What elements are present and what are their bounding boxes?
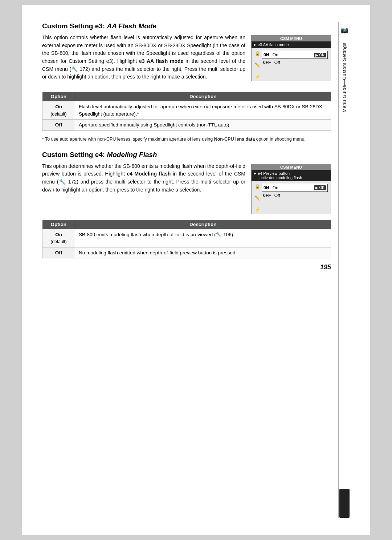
page-number: 195: [42, 263, 331, 271]
table1-header-desc: Description: [75, 92, 331, 101]
table2-row1-option: On (default): [42, 229, 75, 247]
csm-screenshot-e4: CSM MENU e4 Preview button activates mod…: [251, 164, 331, 214]
table1-row2-option-val: Off: [55, 122, 62, 128]
sidebar-label: Menu Guide—Custom Settings: [342, 43, 347, 112]
section1-heading-text: Custom Setting e3:: [42, 22, 107, 30]
csm-on-text-e4: On: [273, 185, 278, 190]
section2-heading: Custom Setting e4: Modeling Flash: [42, 151, 331, 159]
section1-text: This option controls whether flash level…: [42, 34, 251, 86]
csm-off-label-e3: 0FF Off: [263, 60, 280, 65]
csm-options-e4: 0N On ▶ OK 0FF Off: [261, 182, 328, 201]
table2-row2-option-val: Off: [55, 250, 62, 255]
csm-icons-row-e3: 🔒 ✏️ ⚡ 0N On ▶ OK 0FF Off: [254, 49, 328, 79]
csm-icon-pencil-e3: ✏️: [255, 63, 260, 68]
csm-off-label-text-e3: 0FF: [263, 60, 271, 65]
section1-heading: Custom Setting e3: AA Flash Mode: [42, 22, 331, 30]
table1-row1-option: On (default): [42, 101, 75, 120]
csm-ok-btn-e3[interactable]: ▶ OK: [314, 53, 326, 57]
table1-row1-desc: Flash level automatically adjusted for a…: [75, 101, 331, 120]
csm-title-e3: CSM MENU: [252, 36, 331, 41]
csm-options-e3: 0N On ▶ OK 0FF Off: [261, 49, 328, 68]
csm-ok-btn-e4[interactable]: ▶ OK: [314, 185, 326, 190]
table2-row1-option-val: On: [55, 232, 62, 237]
csm-option-off-e3: 0FF Off: [262, 59, 328, 66]
csm-on-label-e3: 0N On: [264, 52, 278, 57]
table2-row1-sub: (default): [50, 239, 66, 244]
csm-icon-lock-e3: 🔒: [255, 51, 260, 56]
option-table-e3: Option Description On (default) Flash le…: [42, 92, 331, 131]
table2-row2-option: Off: [42, 247, 75, 258]
sidebar-black-bar: [339, 489, 350, 518]
csm-body-e4: 🔒 ✏️ ⚡ 0N On ▶ OK 0FF Off: [252, 181, 331, 214]
page: Custom Setting e3: AA Flash Mode This op…: [22, 5, 370, 535]
footnote-e3: * To use auto aperture with non-CPU lens…: [42, 136, 331, 143]
csm-off-text-e3: Off: [274, 60, 280, 65]
csm-icon-flash-e4: ⚡: [255, 207, 260, 212]
csm-on-label-text-e4: 0N: [264, 185, 269, 190]
csm-active-line1-e4: e4 Preview button: [254, 171, 328, 176]
csm-icons-row-e4: 🔒 ✏️ ⚡ 0N On ▶ OK 0FF Off: [254, 182, 328, 212]
csm-on-text-e3: On: [273, 52, 278, 57]
csm-body-e3: 🔒 ✏️ ⚡ 0N On ▶ OK 0FF Off: [252, 48, 331, 81]
csm-active-item-e4: e4 Preview button activates modeling fla…: [252, 170, 331, 181]
option-table-e4: Option Description On (default) SB-800 e…: [42, 220, 331, 259]
csm-off-text-e4: Off: [274, 193, 280, 198]
sidebar: 📷 Menu Guide—Custom Settings: [338, 22, 350, 518]
csm-off-label-text-e4: 0FF: [263, 193, 271, 198]
section2-body: This option determines whether the SB-80…: [42, 162, 245, 194]
section2-top: This option determines whether the SB-80…: [42, 162, 331, 214]
section2-text: This option determines whether the SB-80…: [42, 162, 251, 199]
section2-heading-text: Custom Setting e4:: [42, 151, 107, 158]
csm-on-label-text-e3: 0N: [264, 52, 269, 57]
csm-icon-lock-e4: 🔒: [255, 184, 260, 189]
table1-row2-desc: Aperture specified manually using Speedl…: [75, 120, 331, 131]
footnote-cont: option in shooting menu.: [255, 137, 306, 142]
table1-row1-option-val: On: [55, 104, 62, 109]
table2-row1-desc: SB-800 emits modeling flash when depth-o…: [75, 229, 331, 247]
table-row: On (default) Flash level automatically a…: [42, 101, 331, 120]
table2-header-desc: Description: [75, 220, 331, 229]
table1-header-option: Option: [42, 92, 75, 101]
table1-row2-option: Off: [42, 120, 75, 131]
footnote-bold: Non-CPU lens data: [214, 137, 255, 142]
table2-header-option: Option: [42, 220, 75, 229]
csm-icon-pencil-e4: ✏️: [255, 196, 260, 201]
footnote-text: * To use auto aperture with non-CPU lens…: [42, 137, 214, 142]
csm-icon-flash-e3: ⚡: [255, 74, 260, 79]
section1-body-bold: e3 AA flash mode: [139, 58, 183, 64]
csm-icons-col-e3: 🔒 ✏️ ⚡: [254, 49, 261, 79]
csm-screenshot-e3: CSM MENU e3 AA flash mode 🔒 ✏️ ⚡ 0N On ▶…: [251, 35, 331, 81]
csm-active-line2-e4: activates modeling flash: [254, 176, 328, 180]
table-row: On (default) SB-800 emits modeling flash…: [42, 229, 331, 247]
csm-icons-col-e4: 🔒 ✏️ ⚡: [254, 182, 261, 212]
section2-body-bold: e4 Modeling flash: [127, 171, 171, 177]
table-row: Off No modeling flash emitted when depth…: [42, 247, 331, 258]
section2-heading-italic: Modeling Flash: [107, 151, 157, 158]
table-row: Off Aperture specified manually using Sp…: [42, 120, 331, 131]
section1-top: This option controls whether flash level…: [42, 34, 331, 86]
csm-option-on-e3: 0N On ▶ OK: [262, 51, 328, 59]
csm-active-item-e3: e3 AA flash mode: [252, 41, 331, 48]
main-content: Custom Setting e3: AA Flash Mode This op…: [42, 22, 338, 518]
table1-row1-sub: (default): [50, 112, 66, 117]
csm-option-off-e4: 0FF Off: [262, 192, 328, 199]
section1-body: This option controls whether flash level…: [42, 34, 245, 81]
csm-off-label-e4: 0FF Off: [263, 193, 280, 198]
table2-row2-desc: No modeling flash emitted when depth-of-…: [75, 247, 331, 258]
section1-heading-italic: AA Flash Mode: [107, 22, 156, 30]
csm-on-label-e4: 0N On: [264, 185, 278, 190]
sidebar-camera-icon: 📷: [340, 26, 348, 34]
csm-title-e4: CSM MENU: [252, 164, 331, 170]
csm-option-on-e4: 0N On ▶ OK: [262, 184, 328, 192]
